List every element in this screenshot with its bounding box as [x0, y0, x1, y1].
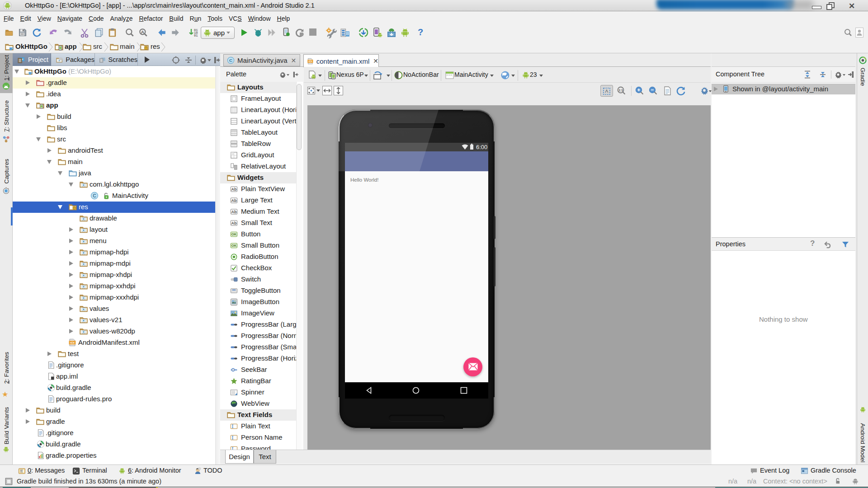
svg-text:1:1: 1:1	[618, 89, 623, 92]
svg-text:01: 01	[194, 34, 198, 38]
svg-text:01: 01	[20, 471, 23, 473]
svg-text:A: A	[141, 29, 144, 34]
